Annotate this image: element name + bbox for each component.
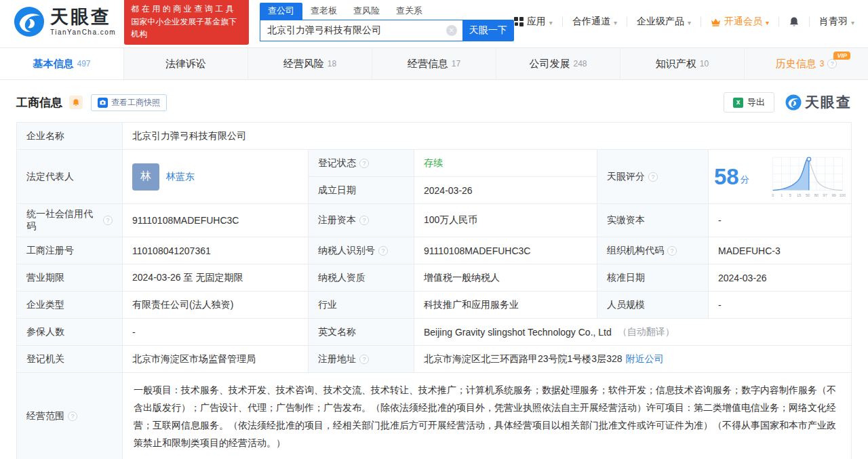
svg-text:0: 0 [772,193,774,197]
help-icon[interactable] [827,59,837,68]
menu-vip[interactable]: 开通会员 [711,16,769,28]
field-label-company-type: 企业类型 [17,292,123,319]
field-label-credit-code: 统一社会信用代码 [17,204,123,237]
label-text: 企业名称 [26,130,64,142]
search-tab-company[interactable]: 查公司 [260,3,302,20]
search-tab-risk[interactable]: 查风险 [345,3,388,20]
label-text: 纳税人资质 [318,272,366,284]
field-label-business-scope: 经营范围 [17,373,123,459]
field-value-establish-date: 2024-03-26 [414,177,597,204]
tab-basic-info[interactable]: 基本信息 497 [0,48,124,79]
field-value-score: 58 分 0 1 5 15 50 80 [709,150,852,204]
tab-operation-info[interactable]: 经营信息 17 [372,48,496,79]
top-header: 天眼查 TianYanCha.com 都在用的商业查询工具 国家中小企业发展子基… [0,0,868,43]
value-text: 2024-03-26 [424,185,473,196]
field-label-english-name: 英文名称 [309,319,414,346]
field-label-paid-capital: 实缴资本 [597,204,709,237]
watermark-text: 天眼查 [805,93,852,112]
snapshot-button[interactable]: 查看工商快照 [91,94,167,111]
tab-history-info[interactable]: VIP 历史信息 3 [745,48,868,79]
tianyancha-logo[interactable]: 天眼查 TianYanCha.com [14,6,116,37]
menu-enterprise-products[interactable]: 企业级产品 [637,16,691,28]
value-text: 科技推广和应用服务业 [424,299,519,311]
field-label-reg-authority: 登记机关 [17,346,123,373]
field-value-credit-code: 91110108MADEFUHC3C [123,204,309,237]
menu-cooperation[interactable]: 合作通道 [572,16,617,28]
field-label-business-term: 营业期限 [17,264,123,292]
legal-rep-avatar[interactable]: 林 [132,163,159,191]
help-icon[interactable] [359,216,369,225]
label-text: 登记机关 [26,353,64,365]
tab-company-development[interactable]: 公司发展 248 [496,48,620,79]
help-icon[interactable] [359,159,369,168]
tab-count: 248 [573,59,587,68]
value-text: - [718,300,722,311]
section-header: 工商信息 查看工商快照 导出 天眼查 [0,80,868,121]
value-text: 北京引力弹弓科技有限公司 [132,130,246,142]
legal-rep-link[interactable]: 林蓝东 [166,171,195,183]
svg-text:99: 99 [831,193,835,197]
label-text: 法定代表人 [26,171,74,183]
value-text: 91110108MADEFUHC3C [132,215,239,226]
tab-label: 知识产权 [656,58,696,71]
field-value-reg-capital: 100万人民币 [414,204,597,237]
divider [778,17,779,26]
divider [809,17,810,26]
auto-translate-note: （自动翻译） [618,326,675,338]
value-text: 91110108MADEFUHC3C [424,245,530,256]
value-text: 2024-03-26 至 无固定期限 [132,272,243,284]
vip-badge: VIP [833,52,850,60]
label-text: 人员规模 [607,299,645,311]
search-tabs: 查公司 查老板 查风险 查关系 [260,3,514,20]
export-button[interactable]: 导出 [724,92,774,113]
tab-intellectual-property[interactable]: 知识产权 10 [620,48,745,79]
field-value-org-code: MADEFUHC-3 [709,237,852,264]
menu-apps[interactable]: 应用 [514,16,553,28]
field-value-approval-date: 2024-03-26 [709,264,852,292]
label-text: 登记状态 [318,157,356,169]
brand-name: 天眼查 [50,8,116,26]
label-text: 纳税人识别号 [318,245,375,257]
section-title: 工商信息 [16,95,62,111]
field-value-staff-size: - [709,292,852,319]
user-menu[interactable]: 肖青羽 [819,16,854,28]
tab-count: 10 [700,59,709,68]
field-label-legal-rep: 法定代表人 [17,150,123,204]
tab-legal-proceedings[interactable]: 法律诉讼 [124,48,248,79]
clear-search-icon[interactable] [446,25,457,36]
label-text: 成立日期 [318,184,356,197]
label-text: 注册地址 [318,353,356,365]
subscribe-bell-icon[interactable] [69,96,83,109]
help-icon[interactable] [648,172,658,182]
search-input[interactable] [260,20,462,41]
notifications-bell[interactable] [789,16,800,28]
header-menu: 应用 合作通道 企业级产品 开通会员 肖青羽 [514,16,854,28]
search-tab-boss[interactable]: 查老板 [302,3,345,20]
value-text: 北京市海淀区北三环西路甲23号院1号楼3层328 [424,353,623,365]
chevron-down-icon [766,16,769,27]
apps-grid-icon [514,17,524,26]
value-text: - [132,327,136,338]
search-button[interactable]: 天眼一下 [462,20,514,41]
field-value-business-scope: 一般项目：技术服务、技术开发、技术咨询、技术交流、技术转让、技术推广；计算机系统… [123,373,852,459]
help-icon[interactable] [378,246,388,256]
search-tab-relation[interactable]: 查关系 [388,3,431,20]
camera-icon [98,98,108,108]
help-icon[interactable] [68,412,77,421]
menu-vip-label: 开通会员 [724,16,762,28]
help-icon[interactable] [103,216,113,225]
tab-label: 公司发展 [529,58,570,71]
help-icon[interactable] [667,246,677,256]
field-value-paid-capital: - [709,204,852,237]
nearby-companies-link[interactable]: 附近公司 [626,353,664,365]
field-label-staff-size: 人员规模 [597,292,709,319]
tab-operation-risk[interactable]: 经营风险 18 [248,48,372,79]
field-label-taxpayer-id: 纳税人识别号 [309,237,414,264]
field-value-business-term: 2024-03-26 至 无固定期限 [123,264,309,292]
crown-icon [711,18,721,26]
score-value: 58 [714,165,739,188]
tab-label: 法律诉讼 [165,58,206,71]
label-text: 英文名称 [318,326,356,338]
field-label-company-name: 企业名称 [17,123,123,150]
help-icon[interactable] [359,355,369,364]
